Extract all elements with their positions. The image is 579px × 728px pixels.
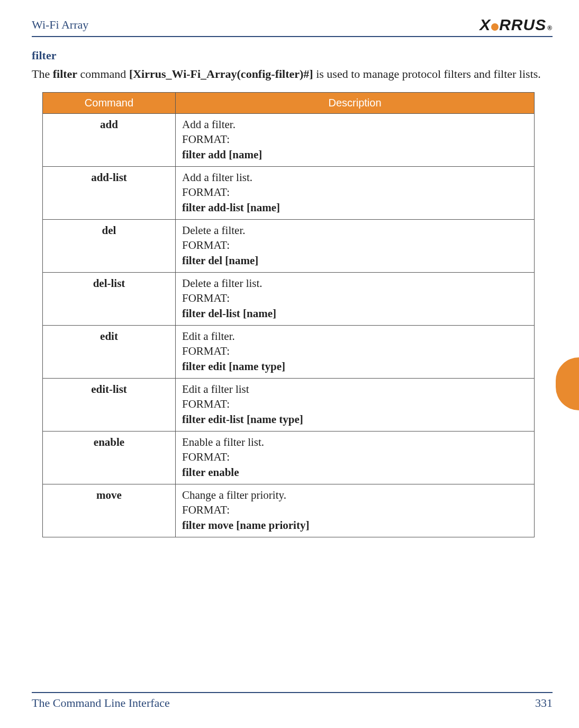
format-value: filter edit [name type] <box>182 359 528 374</box>
command-name: del <box>43 219 176 272</box>
footer-chapter: The Command Line Interface <box>32 696 170 710</box>
logo-text-left: X <box>480 16 491 34</box>
format-label: FORMAT: <box>182 502 528 517</box>
table-row: add Add a filter. FORMAT: filter add [na… <box>43 113 535 166</box>
format-value: filter add [name] <box>182 147 528 162</box>
logo-registered: ® <box>547 24 553 32</box>
format-value: filter add-list [name] <box>182 200 528 215</box>
col-header-command: Command <box>43 92 176 113</box>
format-label: FORMAT: <box>182 291 528 305</box>
format-value: filter del-list [name] <box>182 306 528 321</box>
desc-text: Enable a filter list. <box>182 435 528 450</box>
format-label: FORMAT: <box>182 450 528 464</box>
command-description: Add a filter. FORMAT: filter add [name] <box>176 113 535 166</box>
format-value: filter enable <box>182 465 528 480</box>
intro-text: The <box>32 67 53 80</box>
command-description: Delete a filter list. FORMAT: filter del… <box>176 272 535 325</box>
command-description: Edit a filter. FORMAT: filter edit [name… <box>176 326 535 379</box>
intro-text: is used to manage protocol filters and f… <box>316 67 541 80</box>
intro-text: command <box>80 67 129 80</box>
command-name: move <box>43 484 176 537</box>
desc-text: Add a filter list. <box>182 170 528 185</box>
desc-text: Add a filter. <box>182 117 528 132</box>
footer-page-number: 331 <box>535 696 553 710</box>
page-header: Wi-Fi Array X RRUS ® <box>32 16 553 37</box>
col-header-description: Description <box>176 92 535 113</box>
table-row: del Delete a filter. FORMAT: filter del … <box>43 219 535 272</box>
logo-text-right: RRUS <box>499 16 546 34</box>
command-name: edit-list <box>43 379 176 432</box>
desc-text: Delete a filter. <box>182 223 528 238</box>
format-label: FORMAT: <box>182 132 528 147</box>
command-name: add <box>43 113 176 166</box>
table-row: edit-list Edit a filter list FORMAT: fil… <box>43 379 535 432</box>
table-header-row: Command Description <box>43 92 535 113</box>
command-name: add-list <box>43 166 176 219</box>
command-description: Edit a filter list FORMAT: filter edit-l… <box>176 379 535 432</box>
format-label: FORMAT: <box>182 397 528 411</box>
format-value: filter move [name priority] <box>182 518 528 533</box>
logo-dot-icon <box>491 23 499 31</box>
section-title: filter <box>32 49 553 62</box>
intro-prompt-bold: [Xirrus_Wi-Fi_Array(config-filter)#] <box>129 67 313 80</box>
command-name: enable <box>43 432 176 484</box>
table-row: edit Edit a filter. FORMAT: filter edit … <box>43 326 535 379</box>
command-description: Add a filter list. FORMAT: filter add-li… <box>176 166 535 219</box>
desc-text: Edit a filter list <box>182 382 528 397</box>
running-title: Wi-Fi Array <box>32 18 88 32</box>
command-description: Enable a filter list. FORMAT: filter ena… <box>176 432 535 484</box>
brand-logo: X RRUS ® <box>480 16 553 34</box>
section-intro: The filter command [Xirrus_Wi-Fi_Array(c… <box>32 66 553 83</box>
desc-text: Delete a filter list. <box>182 276 528 291</box>
section-tab-icon <box>556 357 579 410</box>
command-name: edit <box>43 326 176 379</box>
table-row: del-list Delete a filter list. FORMAT: f… <box>43 272 535 325</box>
table-row: move Change a filter priority. FORMAT: f… <box>43 484 535 537</box>
command-description: Change a filter priority. FORMAT: filter… <box>176 484 535 537</box>
table-row: enable Enable a filter list. FORMAT: fil… <box>43 432 535 484</box>
table-row: add-list Add a filter list. FORMAT: filt… <box>43 166 535 219</box>
intro-command-bold: filter <box>53 67 77 80</box>
format-label: FORMAT: <box>182 344 528 358</box>
command-table: Command Description add Add a filter. FO… <box>42 92 535 537</box>
format-value: filter del [name] <box>182 253 528 268</box>
page-footer: The Command Line Interface 331 <box>32 692 553 710</box>
format-label: FORMAT: <box>182 185 528 200</box>
command-description: Delete a filter. FORMAT: filter del [nam… <box>176 219 535 272</box>
command-name: del-list <box>43 272 176 325</box>
desc-text: Edit a filter. <box>182 329 528 344</box>
format-value: filter edit-list [name type] <box>182 412 528 427</box>
format-label: FORMAT: <box>182 238 528 253</box>
desc-text: Change a filter priority. <box>182 488 528 502</box>
